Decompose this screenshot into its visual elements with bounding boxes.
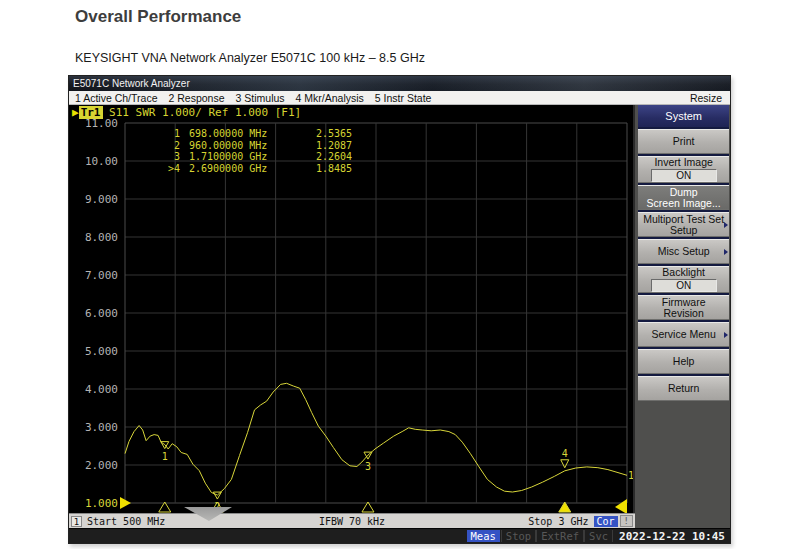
submenu-arrow-icon — [724, 222, 728, 228]
svc-status-label: Svc — [584, 530, 613, 542]
marker-number: 3 — [365, 461, 371, 472]
alert-badge: ! — [620, 515, 633, 527]
marker-cell: 2.5365 — [306, 128, 352, 140]
softkey-sidebar: SystemPrintInvert ImageONDumpScreen Imag… — [633, 105, 730, 528]
softkey-label: Firmware — [662, 297, 706, 308]
menu-item[interactable]: 2 Response — [168, 92, 224, 104]
marker-cell: 1.7100000 GHz — [180, 151, 306, 163]
stop-frequency-label: Stop 3 GHz — [528, 516, 588, 527]
sweep-end-icon — [615, 499, 627, 513]
extref-status-label: ExtRef — [536, 530, 584, 542]
softkey-label: Multiport Test Set — [643, 214, 724, 225]
marker-table: 1698.00000 MHz2.53652960.00000 MHz1.2087… — [156, 128, 352, 174]
softkey-return[interactable]: Return — [638, 376, 729, 401]
softkey-multiport-test-set-setup[interactable]: Multiport Test SetSetup — [638, 212, 729, 237]
y-axis-tick: 6.000 — [85, 307, 118, 320]
trace-pointer-icon: ▶ — [72, 106, 79, 119]
meas-status-badge: Meas — [467, 530, 500, 542]
marker-cell: 2.6900000 GHz — [180, 163, 306, 175]
marker-cell: 2 — [156, 140, 180, 152]
page-title: Overall Performance — [75, 7, 241, 27]
marker-row: 2960.00000 MHz1.2087 — [156, 140, 352, 152]
softkey-label: Backlight — [662, 267, 705, 278]
softkey-help[interactable]: Help — [638, 349, 729, 374]
softkey-label: Service Menu — [652, 329, 716, 340]
marker-row: 31.7100000 GHz2.2604 — [156, 151, 352, 163]
menu-items: 1 Active Ch/Trace2 Response3 Stimulus4 M… — [75, 92, 442, 104]
resize-button[interactable]: Resize — [690, 92, 722, 104]
vna-screen: ▶Tr1 S11 SWR 1.000/ Ref 1.000 [F1] 11.00… — [69, 105, 633, 528]
trace-label: Tr1 — [79, 106, 103, 119]
marker-row: >42.6900000 GHz1.8485 — [156, 163, 352, 175]
ifbw-label: IFBW 70 kHz — [319, 516, 385, 527]
softkey-print[interactable]: Print — [638, 129, 729, 154]
softkey-firmware-revision[interactable]: FirmwareRevision — [638, 295, 729, 320]
instrument-status-bar: Meas Stop ExtRef Svc 2022-12-22 10:45 — [69, 528, 730, 543]
datetime-label: 2022-12-22 10:45 — [613, 530, 730, 543]
document-page: Overall Performance KEYSIGHT VNA Network… — [0, 0, 790, 549]
y-axis-tick: 10.00 — [85, 155, 118, 168]
marker-cell: 960.00000 MHz — [180, 140, 306, 152]
marker-number: 4 — [562, 448, 568, 459]
marker-cell: 3 — [156, 151, 180, 163]
y-axis-tick: 1.000 — [85, 497, 118, 510]
window-title: E5071C Network Analyzer — [73, 78, 190, 89]
softkey-label: Revision — [664, 308, 704, 319]
menu-item[interactable]: 1 Active Ch/Trace — [75, 92, 157, 104]
softkey-label: Print — [673, 136, 695, 147]
softkey-misc-setup[interactable]: Misc Setup — [638, 239, 729, 264]
correction-badge: Cor — [594, 516, 618, 527]
softkey-backlight[interactable]: BacklightON — [638, 266, 729, 293]
y-axis-tick: 8.000 — [85, 231, 118, 244]
menu-item[interactable]: 5 Instr State — [375, 92, 432, 104]
trace-header: ▶Tr1 S11 SWR 1.000/ Ref 1.000 [F1] — [72, 106, 301, 119]
softkey-label: Help — [673, 356, 695, 367]
marker-row: 1698.00000 MHz2.5365 — [156, 128, 352, 140]
y-axis-tick: 2.000 — [85, 459, 118, 472]
marker-cell: 1 — [156, 128, 180, 140]
y-axis-tick: 5.000 — [85, 345, 118, 358]
page-subtitle: KEYSIGHT VNA Network Analyzer E5071C 100… — [75, 51, 425, 65]
menu-bar: 1 Active Ch/Trace2 Response3 Stimulus4 M… — [69, 91, 730, 105]
softkey-label: Invert Image — [654, 157, 712, 168]
softkey-service-menu[interactable]: Service Menu — [638, 322, 729, 347]
submenu-arrow-icon — [724, 249, 728, 255]
softkey-dump-screen-image[interactable]: DumpScreen Image... — [638, 185, 729, 210]
softkey-label: Misc Setup — [658, 246, 710, 257]
marker-glyph-icon — [561, 460, 569, 468]
marker-cell: >4 — [156, 163, 180, 175]
softkey-label: Screen Image... — [647, 198, 721, 209]
menu-item[interactable]: 3 Stimulus — [236, 92, 285, 104]
trace-format-text: S11 SWR 1.000/ Ref 1.000 [F1] — [103, 106, 302, 119]
y-axis-tick: 4.000 — [85, 383, 118, 396]
softkey-label: Return — [668, 383, 700, 394]
softkey-label: Setup — [670, 225, 697, 236]
swr-plot-svg: 11.0010.009.0008.0007.0006.0005.0004.000… — [69, 119, 633, 513]
stop-status-label: Stop — [501, 530, 536, 542]
menu-item[interactable]: 4 Mkr/Analysis — [296, 92, 364, 104]
marker-number: 1 — [162, 451, 168, 462]
marker-cell: 1.8485 — [306, 163, 352, 175]
channel-number-badge: 1 — [71, 516, 82, 527]
softkey-invert-image[interactable]: Invert ImageON — [638, 156, 729, 183]
softkey-menu-title[interactable]: System — [638, 105, 729, 127]
channel-status-bar: 1 Start 500 MHz IFBW 70 kHz Stop 3 GHz C… — [69, 513, 635, 528]
start-frequency-label: Start 500 MHz — [87, 516, 165, 527]
softkey-toggle-state: ON — [651, 279, 717, 292]
y-axis-tick: 3.000 — [85, 421, 118, 434]
trace-end-label: 1 — [628, 470, 633, 481]
submenu-arrow-icon — [724, 332, 728, 338]
y-axis-tick: 11.00 — [85, 119, 118, 130]
y-axis-tick: 9.000 — [85, 193, 118, 206]
window-titlebar[interactable]: E5071C Network Analyzer — [69, 76, 730, 91]
swr-chart: 11.0010.009.0008.0007.0006.0005.0004.000… — [69, 119, 635, 513]
y-axis-tick: 7.000 — [85, 269, 118, 282]
marker-cell: 1.2087 — [306, 140, 352, 152]
softkey-label: Dump — [670, 187, 698, 198]
softkey-toggle-state: ON — [651, 169, 717, 182]
vna-window: E5071C Network Analyzer 1 Active Ch/Trac… — [68, 75, 731, 544]
marker-cell: 698.00000 MHz — [180, 128, 306, 140]
marker-cell: 2.2604 — [306, 151, 352, 163]
